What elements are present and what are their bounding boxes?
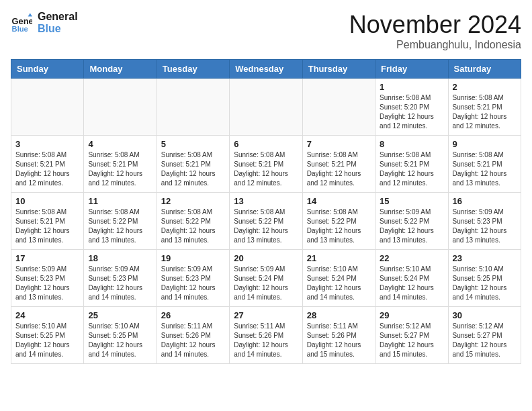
calendar-cell: 29Sunrise: 5:12 AM Sunset: 5:27 PM Dayli… <box>375 307 448 364</box>
calendar-cell: 3Sunrise: 5:08 AM Sunset: 5:21 PM Daylig… <box>11 136 84 193</box>
week-row-3: 10Sunrise: 5:08 AM Sunset: 5:21 PM Dayli… <box>11 193 521 250</box>
day-number: 6 <box>234 139 298 149</box>
day-info: Sunrise: 5:09 AM Sunset: 5:24 PM Dayligh… <box>234 265 298 302</box>
day-info: Sunrise: 5:11 AM Sunset: 5:26 PM Dayligh… <box>307 322 371 359</box>
col-header-tuesday: Tuesday <box>157 60 229 79</box>
calendar-cell: 21Sunrise: 5:10 AM Sunset: 5:24 PM Dayli… <box>302 250 375 307</box>
calendar-cell: 9Sunrise: 5:08 AM Sunset: 5:21 PM Daylig… <box>448 136 521 193</box>
day-number: 23 <box>453 253 517 263</box>
day-info: Sunrise: 5:08 AM Sunset: 5:21 PM Dayligh… <box>234 150 298 188</box>
day-info: Sunrise: 5:08 AM Sunset: 5:21 PM Dayligh… <box>15 208 79 245</box>
calendar-cell: 4Sunrise: 5:08 AM Sunset: 5:21 PM Daylig… <box>84 136 157 193</box>
day-number: 11 <box>88 196 152 206</box>
day-info: Sunrise: 5:08 AM Sunset: 5:21 PM Dayligh… <box>380 150 443 188</box>
week-row-5: 24Sunrise: 5:10 AM Sunset: 5:25 PM Dayli… <box>11 307 521 364</box>
calendar-cell: 17Sunrise: 5:09 AM Sunset: 5:23 PM Dayli… <box>11 250 84 307</box>
logo: General Blue General Blue <box>11 11 78 34</box>
day-number: 30 <box>453 310 517 320</box>
day-number: 12 <box>161 196 225 206</box>
day-number: 26 <box>161 310 225 320</box>
calendar-cell: 20Sunrise: 5:09 AM Sunset: 5:24 PM Dayli… <box>230 250 302 307</box>
day-number: 2 <box>453 82 517 92</box>
day-info: Sunrise: 5:08 AM Sunset: 5:21 PM Dayligh… <box>307 150 371 188</box>
day-info: Sunrise: 5:08 AM Sunset: 5:21 PM Dayligh… <box>453 93 517 131</box>
day-info: Sunrise: 5:08 AM Sunset: 5:21 PM Dayligh… <box>161 150 225 188</box>
day-number: 27 <box>234 310 298 320</box>
calendar-cell: 18Sunrise: 5:09 AM Sunset: 5:23 PM Dayli… <box>84 250 157 307</box>
day-number: 19 <box>161 253 225 263</box>
day-number: 14 <box>307 196 371 206</box>
calendar-cell <box>230 79 302 136</box>
day-info: Sunrise: 5:11 AM Sunset: 5:26 PM Dayligh… <box>234 322 298 359</box>
day-info: Sunrise: 5:10 AM Sunset: 5:25 PM Dayligh… <box>88 322 152 359</box>
day-info: Sunrise: 5:08 AM Sunset: 5:22 PM Dayligh… <box>88 208 152 245</box>
logo-blue: Blue <box>38 23 78 35</box>
day-number: 8 <box>380 139 443 149</box>
day-number: 13 <box>234 196 298 206</box>
calendar-cell: 10Sunrise: 5:08 AM Sunset: 5:21 PM Dayli… <box>11 193 84 250</box>
calendar-cell: 19Sunrise: 5:09 AM Sunset: 5:23 PM Dayli… <box>157 250 229 307</box>
day-number: 10 <box>15 196 79 206</box>
calendar-header-row: SundayMondayTuesdayWednesdayThursdayFrid… <box>11 60 521 79</box>
day-info: Sunrise: 5:09 AM Sunset: 5:23 PM Dayligh… <box>161 265 225 302</box>
day-info: Sunrise: 5:11 AM Sunset: 5:26 PM Dayligh… <box>161 322 225 359</box>
day-info: Sunrise: 5:08 AM Sunset: 5:20 PM Dayligh… <box>380 93 443 131</box>
calendar-cell: 12Sunrise: 5:08 AM Sunset: 5:22 PM Dayli… <box>157 193 229 250</box>
week-row-1: 1Sunrise: 5:08 AM Sunset: 5:20 PM Daylig… <box>11 79 521 136</box>
day-info: Sunrise: 5:08 AM Sunset: 5:22 PM Dayligh… <box>234 208 298 245</box>
calendar-cell: 6Sunrise: 5:08 AM Sunset: 5:21 PM Daylig… <box>230 136 302 193</box>
calendar-table: SundayMondayTuesdayWednesdayThursdayFrid… <box>11 59 521 364</box>
logo-icon: General Blue <box>11 12 32 34</box>
day-number: 28 <box>307 310 371 320</box>
week-row-4: 17Sunrise: 5:09 AM Sunset: 5:23 PM Dayli… <box>11 250 521 307</box>
calendar-cell <box>84 79 157 136</box>
calendar-cell <box>157 79 229 136</box>
calendar-cell: 1Sunrise: 5:08 AM Sunset: 5:20 PM Daylig… <box>375 79 448 136</box>
calendar-cell <box>11 79 84 136</box>
day-number: 3 <box>15 139 79 149</box>
calendar-cell: 8Sunrise: 5:08 AM Sunset: 5:21 PM Daylig… <box>375 136 448 193</box>
col-header-friday: Friday <box>375 60 448 79</box>
day-info: Sunrise: 5:08 AM Sunset: 5:21 PM Dayligh… <box>15 150 79 188</box>
col-header-monday: Monday <box>84 60 157 79</box>
day-info: Sunrise: 5:09 AM Sunset: 5:23 PM Dayligh… <box>88 265 152 302</box>
week-row-2: 3Sunrise: 5:08 AM Sunset: 5:21 PM Daylig… <box>11 136 521 193</box>
day-number: 5 <box>161 139 225 149</box>
month-title: November 2024 <box>349 11 521 39</box>
day-info: Sunrise: 5:10 AM Sunset: 5:24 PM Dayligh… <box>307 265 371 302</box>
day-info: Sunrise: 5:12 AM Sunset: 5:27 PM Dayligh… <box>380 322 443 359</box>
day-number: 20 <box>234 253 298 263</box>
day-number: 17 <box>15 253 79 263</box>
calendar-cell: 23Sunrise: 5:10 AM Sunset: 5:25 PM Dayli… <box>448 250 521 307</box>
calendar-cell <box>302 79 375 136</box>
calendar-cell: 22Sunrise: 5:10 AM Sunset: 5:24 PM Dayli… <box>375 250 448 307</box>
day-info: Sunrise: 5:10 AM Sunset: 5:25 PM Dayligh… <box>15 322 79 359</box>
day-number: 29 <box>380 310 443 320</box>
calendar-cell: 7Sunrise: 5:08 AM Sunset: 5:21 PM Daylig… <box>302 136 375 193</box>
svg-text:Blue: Blue <box>12 24 28 32</box>
day-info: Sunrise: 5:08 AM Sunset: 5:22 PM Dayligh… <box>161 208 225 245</box>
day-number: 7 <box>307 139 371 149</box>
day-number: 9 <box>453 139 517 149</box>
calendar-cell: 14Sunrise: 5:08 AM Sunset: 5:22 PM Dayli… <box>302 193 375 250</box>
day-info: Sunrise: 5:08 AM Sunset: 5:21 PM Dayligh… <box>88 150 152 188</box>
day-number: 22 <box>380 253 443 263</box>
col-header-thursday: Thursday <box>302 60 375 79</box>
day-number: 15 <box>380 196 443 206</box>
day-number: 16 <box>453 196 517 206</box>
calendar-cell: 2Sunrise: 5:08 AM Sunset: 5:21 PM Daylig… <box>448 79 521 136</box>
svg-marker-2 <box>28 13 32 16</box>
location: Pembuanghulu, Indonesia <box>349 39 521 51</box>
calendar-cell: 25Sunrise: 5:10 AM Sunset: 5:25 PM Dayli… <box>84 307 157 364</box>
calendar-cell: 27Sunrise: 5:11 AM Sunset: 5:26 PM Dayli… <box>230 307 302 364</box>
day-number: 25 <box>88 310 152 320</box>
calendar-cell: 26Sunrise: 5:11 AM Sunset: 5:26 PM Dayli… <box>157 307 229 364</box>
calendar-cell: 13Sunrise: 5:08 AM Sunset: 5:22 PM Dayli… <box>230 193 302 250</box>
calendar-cell: 24Sunrise: 5:10 AM Sunset: 5:25 PM Dayli… <box>11 307 84 364</box>
calendar-cell: 15Sunrise: 5:09 AM Sunset: 5:22 PM Dayli… <box>375 193 448 250</box>
calendar-cell: 28Sunrise: 5:11 AM Sunset: 5:26 PM Dayli… <box>302 307 375 364</box>
calendar-cell: 16Sunrise: 5:09 AM Sunset: 5:23 PM Dayli… <box>448 193 521 250</box>
day-info: Sunrise: 5:10 AM Sunset: 5:25 PM Dayligh… <box>453 265 517 302</box>
day-info: Sunrise: 5:08 AM Sunset: 5:21 PM Dayligh… <box>453 150 517 188</box>
col-header-wednesday: Wednesday <box>230 60 302 79</box>
